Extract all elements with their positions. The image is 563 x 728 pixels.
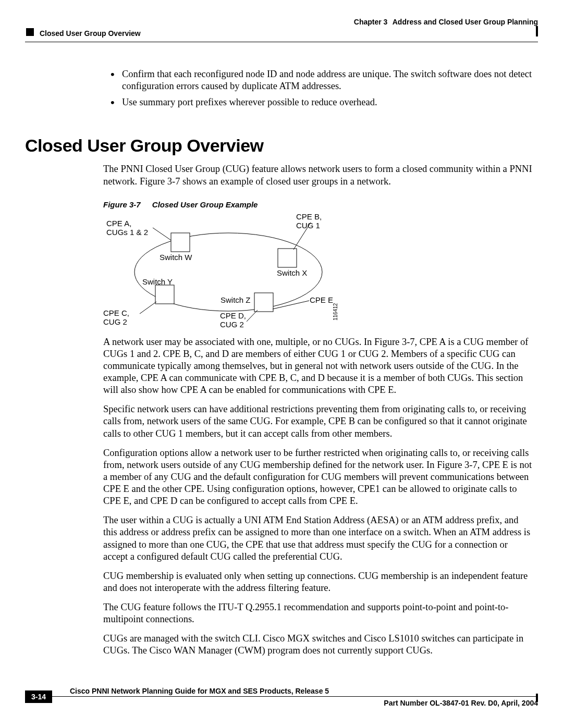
- figure-number: Figure 3-7: [103, 200, 141, 209]
- svg-rect-3: [155, 285, 174, 304]
- diagram-label-switch-y: Switch Y: [142, 277, 173, 286]
- running-section-title: Closed User Group Overview: [40, 29, 141, 38]
- diagram-label-switch-x: Switch X: [277, 268, 307, 277]
- chapter-name: Address and Closed User Group Planning: [393, 18, 538, 26]
- section-heading: Closed User Group Overview: [25, 135, 538, 156]
- diagram-label-cpe-b: CPE B, CUG 1: [296, 212, 322, 230]
- paragraph: Configuration options allow a network us…: [103, 447, 533, 508]
- figure-diagram: CPE A, CUGs 1 & 2 CPE B, CUG 1 CPE C, CU…: [103, 212, 348, 327]
- para-text: A network user may be associated with on…: [103, 337, 374, 347]
- footer-document-title: Cisco PNNI Network Planning Guide for MG…: [68, 687, 331, 695]
- intro-text-after: shows an example of closed user groups i…: [180, 176, 390, 187]
- diagram-label-switch-z: Switch Z: [221, 295, 251, 304]
- intro-paragraph: The PNNI Closed User Group (CUG) feature…: [103, 163, 533, 187]
- page-footer: Cisco PNNI Network Planning Guide for MG…: [25, 696, 538, 714]
- paragraph: The user within a CUG is actually a UNI …: [103, 514, 533, 563]
- diagram-side-number: 116412: [333, 303, 338, 320]
- diagram-label-switch-w: Switch W: [160, 253, 192, 262]
- svg-line-7: [140, 302, 156, 314]
- decorative-bar-icon: [536, 26, 538, 36]
- svg-line-9: [273, 301, 309, 309]
- paragraph: A network user may be associated with on…: [103, 336, 533, 397]
- decorative-square-icon: [26, 28, 34, 36]
- paragraph: CUG membership is evaluated only when se…: [103, 570, 533, 594]
- bullet-item: Confirm that each reconfigured node ID a…: [108, 68, 533, 92]
- chapter-number: Chapter 3: [354, 18, 388, 26]
- diagram-label-cpe-c: CPE C, CUG 2: [103, 309, 129, 327]
- part-number: Part Number OL-3847-01 Rev. D0, April, 2…: [384, 699, 538, 707]
- figure-caption: Figure 3-7 Closed User Group Example: [103, 200, 538, 209]
- diagram-label-cpe-e: CPE E: [310, 295, 333, 304]
- document-page: Chapter 3 Address and Closed User Group …: [0, 0, 563, 728]
- bullet-item: Use summary port prefixes wherever possi…: [108, 96, 533, 108]
- paragraph: The CUG feature follows the ITU-T Q.2955…: [103, 601, 533, 625]
- paragraph: Specific network users can have addition…: [103, 403, 533, 439]
- svg-rect-2: [278, 249, 297, 267]
- diagram-label-cpe-a: CPE A, CUGs 1 & 2: [106, 219, 148, 237]
- svg-rect-1: [171, 233, 190, 252]
- paragraph: CUGs are managed with the switch CLI. Ci…: [103, 633, 533, 657]
- svg-line-5: [153, 228, 171, 240]
- svg-line-8: [247, 310, 258, 322]
- body-paragraphs: A network user may be associated with on…: [103, 336, 533, 657]
- bullet-list: Confirm that each reconfigured node ID a…: [108, 68, 533, 108]
- figure-title: Closed User Group Example: [152, 200, 258, 209]
- chapter-title: Chapter 3 Address and Closed User Group …: [354, 18, 538, 26]
- main-content: Confirm that each reconfigured node ID a…: [25, 68, 538, 657]
- diagram-label-cpe-d: CPE D, CUG 2: [220, 311, 246, 329]
- svg-rect-4: [254, 293, 273, 312]
- page-header: Chapter 3 Address and Closed User Group …: [25, 16, 538, 42]
- figure-reference-link[interactable]: Figure 3-7: [374, 337, 415, 347]
- footer-line: Cisco PNNI Network Planning Guide for MG…: [25, 696, 538, 714]
- page-number: 3-14: [25, 690, 52, 703]
- figure-reference-link[interactable]: Figure 3-7: [437, 460, 478, 470]
- figure-reference-link[interactable]: Figure 3-7: [140, 176, 180, 187]
